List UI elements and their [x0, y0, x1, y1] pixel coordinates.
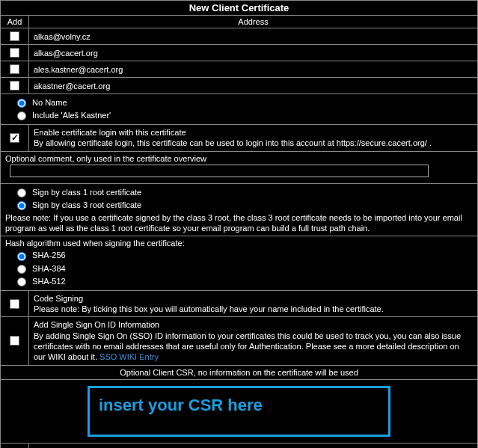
class1-radio[interactable] [17, 188, 26, 197]
hash-section: Hash algorithm used when signing the cer… [1, 236, 477, 290]
email-address-1: alkas@cacert.org [29, 45, 477, 61]
email-row: alkas@cacert.org [1, 45, 477, 61]
enable-login-checkbox[interactable] [10, 133, 19, 143]
sha512-option[interactable]: SHA-512 [17, 277, 66, 286]
sha384-radio[interactable] [17, 265, 26, 274]
class3-note: Please note: If you use a certificate si… [5, 212, 473, 234]
sha256-option[interactable]: SHA-256 [17, 251, 66, 260]
class3-label: Sign by class 3 root certificate [32, 200, 141, 209]
sso-wiki-link[interactable]: SSO WIKI Entry [99, 352, 159, 361]
class3-option[interactable]: Sign by class 3 root certificate [17, 200, 141, 209]
email-checkbox-2[interactable] [10, 64, 19, 74]
no-name-radio[interactable] [17, 99, 26, 108]
code-signing-title: Code Signing [34, 293, 473, 304]
email-address-2: ales.kastner@cacert.org [29, 61, 477, 77]
optional-comment-input[interactable] [10, 165, 429, 177]
enable-login-note: By allowing certificate login, this cert… [34, 138, 473, 148]
class3-radio[interactable] [17, 201, 26, 210]
email-row: akastner@cacert.org [1, 78, 477, 94]
optional-comment-label: Optional comment, only used in the certi… [5, 154, 473, 163]
include-name-label: Include 'Aleš Kastner' [32, 111, 111, 120]
sso-row: Add Single Sign On ID Information By add… [1, 317, 477, 365]
sso-body-wrap: By adding Single Sign On (SSO) ID inform… [34, 331, 473, 363]
hash-label: Hash algorithm used when signing the cer… [5, 239, 473, 249]
sign-root-section: Sign by class 1 root certificate Sign by… [1, 184, 477, 237]
code-signing-checkbox[interactable] [10, 299, 19, 309]
sha384-label: SHA-384 [32, 264, 66, 273]
sso-title: Add Single Sign On ID Information [34, 319, 473, 330]
sha512-label: SHA-512 [32, 277, 66, 286]
email-checkbox-3[interactable] [10, 81, 19, 90]
class1-label: Sign by class 1 root certificate [32, 188, 141, 197]
column-headers: Add Address [1, 16, 477, 28]
email-checkbox-1[interactable] [10, 48, 19, 58]
header-address: Address [29, 16, 477, 28]
sha256-label: SHA-256 [32, 251, 66, 260]
csr-wrap [1, 380, 477, 444]
certificate-form: New Client Certificate Add Address alkas… [0, 0, 478, 448]
email-address-3: akastner@cacert.org [29, 78, 477, 93]
enable-login-title: Enable certificate login with this certi… [34, 127, 473, 138]
form-title: New Client Certificate [1, 1, 477, 16]
header-add: Add [1, 16, 29, 28]
email-row: ales.kastner@cacert.org [1, 61, 477, 78]
sha512-radio[interactable] [17, 277, 26, 286]
no-name-label: No Name [32, 98, 67, 107]
sha256-radio[interactable] [17, 252, 26, 261]
name-options: No Name Include 'Aleš Kastner' [1, 94, 477, 125]
sha384-option[interactable]: SHA-384 [17, 264, 66, 273]
enable-login-row: Enable certificate login with this certi… [1, 125, 477, 152]
no-name-option[interactable]: No Name [17, 98, 67, 107]
email-address-0: alkas@volny.cz [29, 28, 477, 44]
csr-textarea[interactable] [88, 386, 390, 437]
include-name-radio[interactable] [17, 111, 26, 120]
code-signing-note: Please note: By ticking this box you wil… [34, 304, 473, 314]
sso-body: By adding Single Sign On (SSO) ID inform… [34, 331, 461, 362]
email-row: alkas@volny.cz [1, 28, 477, 45]
class1-option[interactable]: Sign by class 1 root certificate [17, 188, 141, 197]
optional-comment-section: Optional comment, only used in the certi… [1, 152, 477, 184]
csr-header: Optional Client CSR, no information on t… [1, 366, 477, 380]
include-name-option[interactable]: Include 'Aleš Kastner' [17, 111, 111, 120]
email-checkbox-0[interactable] [10, 31, 19, 41]
code-signing-row: Code Signing Please note: By ticking thi… [1, 291, 477, 318]
sso-checkbox[interactable] [10, 336, 19, 346]
accept-row: I accept the CAcert Community Agreement … [1, 444, 477, 448]
